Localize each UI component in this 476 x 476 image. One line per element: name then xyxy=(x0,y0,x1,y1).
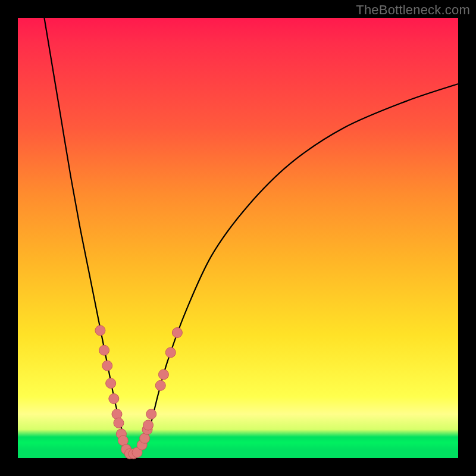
watermark-text: TheBottleneck.com xyxy=(356,2,470,18)
data-marker xyxy=(165,347,176,358)
chart-svg xyxy=(18,18,458,458)
data-marker xyxy=(114,418,124,428)
bottleneck-curve xyxy=(44,18,458,455)
data-marker xyxy=(143,420,154,430)
data-markers xyxy=(95,325,183,459)
data-marker xyxy=(112,409,122,419)
data-marker xyxy=(102,361,112,371)
data-marker xyxy=(109,394,119,404)
data-marker xyxy=(106,378,116,389)
data-marker xyxy=(155,380,165,390)
data-marker xyxy=(172,328,182,338)
data-marker xyxy=(158,369,168,380)
chart-frame: TheBottleneck.com xyxy=(0,0,476,476)
data-marker xyxy=(99,345,109,355)
data-marker xyxy=(146,409,156,419)
plot-area xyxy=(18,18,458,458)
data-marker xyxy=(95,325,105,336)
